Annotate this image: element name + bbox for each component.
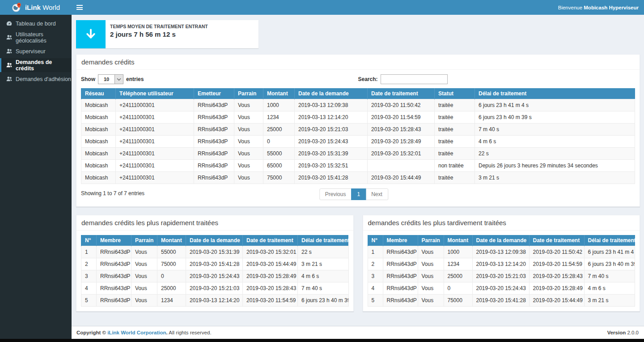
table-row: 4RRnsi643dPVous250002019-03-20 15:21:032… — [81, 282, 349, 295]
company-link[interactable]: iLink World Corporation — [107, 330, 166, 335]
table-cell: 2019-03-20 11:50:42 — [368, 99, 435, 111]
table-cell: 1000 — [263, 99, 295, 111]
table-cell: 2019-03-20 15:32:51 — [295, 160, 368, 172]
table-cell: 2019-03-20 15:44:49 — [243, 258, 298, 270]
table-cell: 2019-03-20 11:54:59 — [368, 111, 435, 124]
table-cell: Vous — [234, 172, 263, 184]
widget-label: TEMPS MOYEN DE TRAITEMENT ENTRANT — [110, 24, 208, 29]
column-header[interactable]: Délai de traitement — [475, 88, 635, 99]
sidebar-item-label: Superviseur — [16, 48, 46, 55]
table-cell: +24111000301 — [116, 111, 194, 124]
sidebar-item-label: Demandes de crédits — [16, 59, 72, 72]
column-header: Date de traitement — [243, 235, 298, 246]
pagination-previous-button[interactable]: Previous — [319, 188, 352, 200]
table-cell: 55000 — [157, 246, 186, 258]
table-cell: RRnsi643dP — [97, 246, 131, 258]
bottom-strip — [0, 339, 644, 342]
column-header[interactable]: Statut — [435, 88, 475, 99]
table-row: Mobicash+24111000301RRnsi643dPVous650002… — [81, 160, 635, 172]
table-cell: RRnsi643dP — [194, 148, 234, 160]
column-header[interactable]: Date de traitement — [368, 88, 435, 99]
column-header[interactable]: Emetteur — [194, 88, 234, 99]
search-label: Search: — [358, 76, 378, 82]
column-header: Parrain — [418, 235, 444, 246]
table-cell: 2019-03-20 15:28:43 — [243, 282, 298, 295]
globe-pin-icon — [12, 2, 22, 13]
column-header: N° — [81, 235, 97, 246]
column-header: Délai de traitement — [584, 235, 635, 246]
table-row: 1RRnsi643dPVous10002019-03-13 12:09:3820… — [368, 246, 635, 258]
table-row: 2RRnsi643dPVous12342019-03-13 12:14:2020… — [368, 258, 635, 270]
table-cell: 7 m 40 s — [298, 282, 349, 295]
table-cell: 25000 — [444, 270, 472, 282]
table-cell: RRnsi643dP — [194, 111, 234, 124]
table-cell: RRnsi643dP — [97, 295, 131, 307]
table-cell: RRnsi643dP — [383, 246, 418, 258]
table-cell: 1234 — [157, 295, 186, 307]
page-length-dropdown[interactable]: 10 — [98, 75, 114, 84]
table-cell: non traitée — [435, 160, 475, 172]
column-header[interactable]: Parrain — [234, 88, 263, 99]
column-header[interactable]: Réseau — [81, 88, 116, 99]
table-cell: Vous — [418, 246, 444, 258]
table-cell: 2019-03-20 11:54:59 — [529, 258, 584, 270]
page-length-select[interactable]: 10 — [98, 74, 123, 84]
table-cell: 5 — [81, 295, 97, 307]
table-cell: +24111000301 — [116, 160, 194, 172]
table-cell: 2019-03-13 12:09:38 — [472, 246, 529, 258]
table-cell: Vous — [131, 282, 157, 295]
table-cell: 2019-03-13 12:14:20 — [295, 111, 368, 124]
table-cell: Vous — [131, 295, 157, 307]
widget-value: 2 jours 7 h 56 m 12 s — [110, 30, 208, 38]
table-cell: traitée — [435, 136, 475, 148]
table-cell: 2019-03-20 15:28:49 — [243, 270, 298, 282]
table-cell: 4 m 6 s — [298, 270, 349, 282]
table-cell: 2019-03-20 15:28:49 — [368, 136, 435, 148]
sidebar-item-demandes-de-credits[interactable]: Demandes de crédits — [0, 58, 72, 72]
table-cell: 2019-03-20 15:44:49 — [368, 172, 435, 184]
table-cell: Vous — [234, 99, 263, 111]
sidebar-item-demandes-d-adhesion[interactable]: Demandes d'adhésion — [0, 72, 72, 86]
table-cell: 4 — [368, 282, 383, 295]
tachometer-icon — [6, 21, 12, 26]
table-cell: 75000 — [263, 172, 295, 184]
table-cell: +24111000301 — [116, 99, 194, 111]
column-header[interactable]: Montant — [263, 88, 295, 99]
table-cell: RRnsi643dP — [194, 124, 234, 136]
column-header[interactable]: Téléphone utilisateur — [116, 88, 194, 99]
table-cell: 22 s — [298, 246, 349, 258]
sidebar-toggle-button[interactable] — [72, 0, 88, 15]
table-cell: 2019-03-20 15:31:39 — [186, 246, 243, 258]
table-cell: RRnsi643dP — [97, 282, 131, 295]
table-cell: 0 — [263, 136, 295, 148]
pagination-next-button[interactable]: Next — [365, 188, 388, 200]
table-cell: 2019-03-13 12:14:20 — [186, 295, 243, 307]
pagination-page-1-button[interactable]: 1 — [351, 188, 366, 200]
table-cell: 0 — [444, 282, 472, 295]
table-cell — [368, 160, 435, 172]
table-cell: 5 — [368, 295, 383, 307]
table-cell: 25000 — [157, 282, 186, 295]
table-cell: Vous — [234, 148, 263, 160]
search-input[interactable] — [381, 74, 448, 84]
sidebar-item-superviseur[interactable]: Superviseur — [0, 44, 72, 58]
credit-requests-table: RéseauTéléphone utilisateurEmetteurParra… — [81, 88, 635, 184]
sidebar-item-utilisateurs-geolocalises[interactable]: Utilisateurs géolocalisés — [0, 30, 72, 44]
table-cell: +24111000301 — [116, 172, 194, 184]
table-cell: 2019-03-20 15:28:43 — [368, 124, 435, 136]
table-cell: traitée — [435, 99, 475, 111]
users-icon — [6, 76, 12, 82]
table-row: Mobicash+24111000301RRnsi643dPVous100020… — [81, 99, 635, 111]
table-cell: 22 s — [475, 148, 635, 160]
table-cell: Vous — [131, 246, 157, 258]
version-text: Version 2.0.0 — [607, 330, 639, 335]
sidebar-item-tableau-de-bord[interactable]: Tableau de bord — [0, 17, 72, 30]
brand-logo[interactable]: iLink World — [0, 0, 72, 15]
hamburger-icon — [76, 5, 83, 6]
brand-name: iLink World — [25, 4, 60, 11]
column-header: N° — [368, 235, 383, 246]
column-header[interactable]: Date de la demande — [295, 88, 368, 99]
table-cell: 0 — [157, 270, 186, 282]
table-row: 5RRnsi643dPVous12342019-03-13 12:14:2020… — [81, 295, 349, 307]
table-row: 4RRnsi643dPVous02019-03-20 15:24:432019-… — [368, 282, 635, 295]
